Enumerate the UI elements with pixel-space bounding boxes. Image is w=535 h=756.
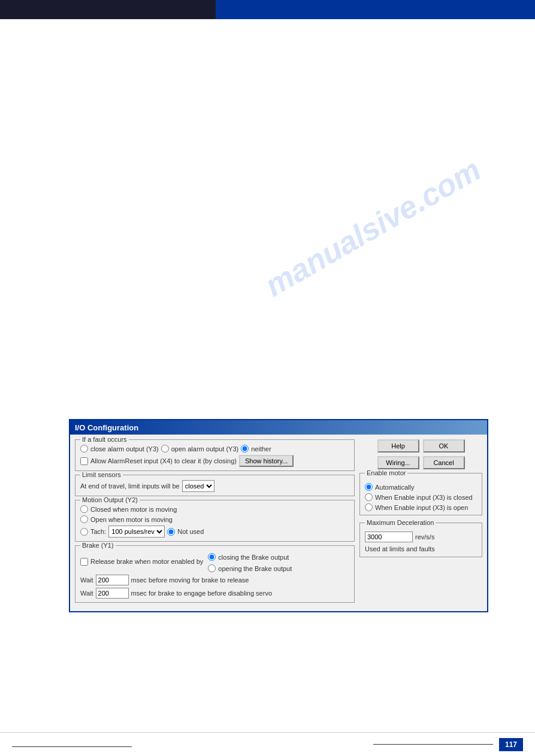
brake-closing-row: closing the Brake output [208,553,292,561]
enable-closed-row: When Enable input (X3) is closed [365,493,477,501]
decel-note: Used at limits and faults [365,545,435,552]
motion-open-radio[interactable] [80,515,88,523]
wait1-suffix: msec before moving for brake to release [131,576,249,584]
help-button[interactable]: Help [377,439,419,453]
brake-checkbox[interactable] [80,558,88,566]
enable-auto-radio[interactable] [365,483,373,491]
footer-left-line [12,746,132,747]
motion-tach-row: Tach: 100 pulses/rev 200 pulses/rev 500 … [80,526,349,538]
page-number: 117 [499,738,523,751]
brake-wait2-row: Wait msec for brake to engage before dis… [80,588,349,599]
motion-tach-label: Tach: [90,528,106,535]
motion-tach-radio[interactable] [80,528,88,536]
wiring-button[interactable]: Wiring... [377,456,419,469]
limit-sensors-label: At end of travel, limit inputs will be [80,482,180,490]
dialog-title: I/O Configuration [75,423,138,432]
top-button-row: Help OK [359,439,482,453]
brake-opening-row: opening the Brake output [208,564,292,572]
enable-auto-label: Automatically [375,484,414,491]
motion-closed-radio[interactable] [80,505,88,513]
brake-closing-radio[interactable] [208,553,216,561]
top-bar [0,0,535,19]
wait1-input[interactable] [96,575,129,585]
fault-group: If a fault occurs close alarm output (Y3… [75,439,355,471]
enable-motor-group: Enable motor Automatically When Enable i… [359,473,482,515]
fault-open-label: open alarm output (Y3) [171,445,239,453]
brake-opening-radio[interactable] [208,564,216,572]
enable-open-radio[interactable] [365,503,373,511]
decel-note-row: Used at limits and faults [365,545,477,553]
limit-sensors-dropdown[interactable]: closed open [182,480,214,492]
enable-closed-radio[interactable] [365,493,373,501]
motion-closed-label: Closed when motor is moving [90,506,177,513]
footer-right: 117 [373,738,523,751]
alarm-reset-checkbox[interactable] [80,457,88,465]
watermark: manualsive.com [259,151,486,303]
cancel-button[interactable]: Cancel [423,456,465,469]
tach-dropdown[interactable]: 100 pulses/rev 200 pulses/rev 500 pulses… [108,526,165,538]
brake-title: Brake (Y1) [80,542,116,549]
motion-notused-radio[interactable] [167,528,175,536]
motion-output-group: Motion Output (Y2) Closed when motor is … [75,500,355,542]
max-decel-group: Maximum Deceleration rev/s/s Used at lim… [359,523,482,557]
motion-closed-row: Closed when motor is moving [80,505,349,513]
fault-neither-label: neither [251,445,271,453]
fault-close-label: close alarm output (Y3) [90,445,159,453]
bottom-button-row: Wiring... Cancel [359,456,482,469]
footer-right-line [373,744,493,745]
brake-closing-label: closing the Brake output [218,554,289,561]
fault-close-radio[interactable] [80,445,88,453]
wait2-label: Wait [80,590,93,597]
decel-unit: rev/s/s [415,533,434,541]
enable-open-row: When Enable input (X3) is open [365,503,477,511]
footer-left [12,740,373,749]
enable-motor-title: Enable motor [365,469,407,476]
fault-open-radio[interactable] [161,445,169,453]
top-bar-left [0,0,216,19]
io-configuration-dialog: I/O Configuration If a fault occurs clos… [69,419,488,612]
alarm-reset-label: Allow AlarmReset input (X4) to clear it … [90,457,237,464]
motion-open-row: Open when motor is moving [80,515,349,523]
fault-check-row: Allow AlarmReset input (X4) to clear it … [80,455,349,467]
enable-open-label: When Enable input (X3) is open [375,504,468,511]
limit-sensors-title: Limit sensors [80,471,123,478]
decel-value-row: rev/s/s [365,532,477,542]
footer: 117 [0,732,535,756]
wait2-input[interactable] [96,588,129,599]
brake-check-row: Release brake when motor enabled by clos… [80,551,349,572]
ok-button[interactable]: OK [423,439,465,453]
brake-opening-label: opening the Brake output [218,565,292,572]
dialog-body: If a fault occurs close alarm output (Y3… [70,435,487,611]
brake-group: Brake (Y1) Release brake when motor enab… [75,545,355,603]
fault-radio-row1: close alarm output (Y3) open alarm outpu… [80,445,349,453]
dialog-container: I/O Configuration If a fault occurs clos… [69,419,488,612]
decel-input[interactable] [365,532,413,542]
show-history-button[interactable]: Show history... [239,455,294,467]
dialog-left-column: If a fault occurs close alarm output (Y3… [75,439,355,606]
motion-notused-label: Not used [177,528,204,535]
enable-closed-label: When Enable input (X3) is closed [375,494,473,501]
fault-group-title: If a fault occurs [80,436,129,443]
fault-neither-radio[interactable] [241,445,249,453]
limit-sensors-row: At end of travel, limit inputs will be c… [80,480,349,492]
wait2-suffix: msec for brake to engage before disablin… [131,590,272,597]
brake-check-label: Release brake when motor enabled by [90,558,203,565]
enable-auto-row: Automatically [365,483,477,491]
motion-open-label: Open when motor is moving [90,516,173,523]
top-bar-right [216,0,535,19]
wait1-label: Wait [80,576,93,584]
dialog-right-column: Help OK Wiring... Cancel Enable motor Au… [359,439,482,606]
brake-wait1-row: Wait msec before moving for brake to rel… [80,575,349,585]
limit-sensors-group: Limit sensors At end of travel, limit in… [75,475,355,496]
max-decel-title: Maximum Deceleration [365,519,436,526]
dialog-titlebar: I/O Configuration [70,420,487,435]
motion-output-title: Motion Output (Y2) [80,496,140,503]
